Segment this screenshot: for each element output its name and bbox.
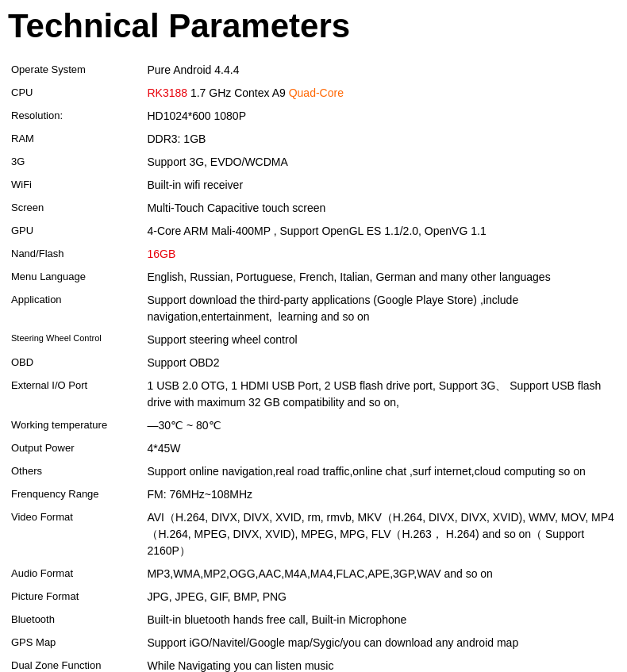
param-label: OBD xyxy=(8,351,144,374)
param-label: External I/O Port xyxy=(8,374,144,414)
param-value: FM: 76MHz~108MHz xyxy=(144,483,619,506)
param-value: 16GB xyxy=(144,243,619,266)
param-value: Support online navigation,real road traf… xyxy=(144,460,619,483)
params-table: Operate SystemPure Android 4.4.4CPURK318… xyxy=(8,59,619,672)
param-value: DDR3: 1GB xyxy=(144,128,619,151)
param-label: Others xyxy=(8,460,144,483)
table-row: WiFiBuilt-in wifi receiver xyxy=(8,174,619,197)
param-value: Built-in wifi receiver xyxy=(144,174,619,197)
param-label: Dual Zone Function xyxy=(8,655,144,672)
table-row: Application Support download the third-p… xyxy=(8,289,619,328)
table-row: Operate SystemPure Android 4.4.4 xyxy=(8,59,619,82)
param-value: Support OBD2 xyxy=(144,351,619,374)
table-row: Audio FormatMP3,WMA,MP2,OGG,AAC,M4A,MA4,… xyxy=(8,563,619,586)
table-row: GPS MapSupport iGO/Navitel/Google map/Sy… xyxy=(8,632,619,655)
param-value: RK3188 1.7 GHz Contex A9 Quad-Core xyxy=(144,82,619,105)
param-label: GPS Map xyxy=(8,632,144,655)
param-label: 3G xyxy=(8,151,144,174)
param-label: Steering Wheel Control xyxy=(8,328,144,351)
table-row: Picture FormatJPG, JPEG, GIF, BMP, PNG xyxy=(8,586,619,609)
table-row: 3G Support 3G, EVDO/WCDMA xyxy=(8,151,619,174)
table-row: Dual Zone FunctionWhile Navigating you c… xyxy=(8,655,619,672)
param-value: Built-in bluetooth hands free call, Buil… xyxy=(144,609,619,632)
param-value: Support 3G, EVDO/WCDMA xyxy=(144,151,619,174)
param-value: 4-Core ARM Mali-400MP , Support OpenGL E… xyxy=(144,220,619,243)
param-value: Multi-Touch Capacitive touch screen xyxy=(144,197,619,220)
param-value: JPG, JPEG, GIF, BMP, PNG xyxy=(144,586,619,609)
table-row: GPU4-Core ARM Mali-400MP , Support OpenG… xyxy=(8,220,619,243)
table-row: External I/O Port 1 USB 2.0 OTG, 1 HDMI … xyxy=(8,374,619,414)
param-label: Resolution: xyxy=(8,105,144,128)
param-label: Nand/Flash xyxy=(8,243,144,266)
param-label: RAM xyxy=(8,128,144,151)
param-label: Frenquency Range xyxy=(8,483,144,506)
table-row: BluetoothBuilt-in bluetooth hands free c… xyxy=(8,609,619,632)
param-value: —30℃ ~ 80℃ xyxy=(144,414,619,437)
param-label: WiFi xyxy=(8,174,144,197)
param-value: MP3,WMA,MP2,OGG,AAC,M4A,MA4,FLAC,APE,3GP… xyxy=(144,563,619,586)
table-row: CPURK3188 1.7 GHz Contex A9 Quad-Core xyxy=(8,82,619,105)
param-label: Bluetooth xyxy=(8,609,144,632)
param-value: AVI（H.264, DIVX, DIVX, XVID, rm, rmvb, M… xyxy=(144,506,619,563)
table-row: RAMDDR3: 1GB xyxy=(8,128,619,151)
param-label: Video Format xyxy=(8,506,144,563)
table-row: OBD Support OBD2 xyxy=(8,351,619,374)
param-value: Pure Android 4.4.4 xyxy=(144,59,619,82)
table-row: Working temperature—30℃ ~ 80℃ xyxy=(8,414,619,437)
param-value: Support steering wheel control xyxy=(144,328,619,351)
table-row: Steering Wheel ControlSupport steering w… xyxy=(8,328,619,351)
param-label: Screen xyxy=(8,197,144,220)
param-label: Application xyxy=(8,289,144,328)
table-row: Video FormatAVI（H.264, DIVX, DIVX, XVID,… xyxy=(8,506,619,563)
param-label: Operate System xyxy=(8,59,144,82)
param-label: Output Power xyxy=(8,437,144,460)
param-value: Support iGO/Navitel/Google map/Sygic/you… xyxy=(144,632,619,655)
table-row: Nand/Flash16GB xyxy=(8,243,619,266)
param-value: HD1024*600 1080P xyxy=(144,105,619,128)
param-value: English, Russian, Portuguese, French, It… xyxy=(144,266,619,289)
page-title: Technical Parameters xyxy=(8,8,619,44)
param-label: Menu Language xyxy=(8,266,144,289)
param-value: 4*45W xyxy=(144,437,619,460)
table-row: Frenquency RangeFM: 76MHz~108MHz xyxy=(8,483,619,506)
table-row: Output Power4*45W xyxy=(8,437,619,460)
param-value: While Navigating you can listen music xyxy=(144,655,619,672)
param-label: CPU xyxy=(8,82,144,105)
table-row: Menu LanguageEnglish, Russian, Portugues… xyxy=(8,266,619,289)
param-value: Support download the third-party applica… xyxy=(144,289,619,328)
param-label: Audio Format xyxy=(8,563,144,586)
param-label: GPU xyxy=(8,220,144,243)
param-value: 1 USB 2.0 OTG, 1 HDMI USB Port, 2 USB fl… xyxy=(144,374,619,414)
param-label: Picture Format xyxy=(8,586,144,609)
param-label: Working temperature xyxy=(8,414,144,437)
table-row: Others Support online navigation,real ro… xyxy=(8,460,619,483)
table-row: Resolution:HD1024*600 1080P xyxy=(8,105,619,128)
table-row: ScreenMulti-Touch Capacitive touch scree… xyxy=(8,197,619,220)
